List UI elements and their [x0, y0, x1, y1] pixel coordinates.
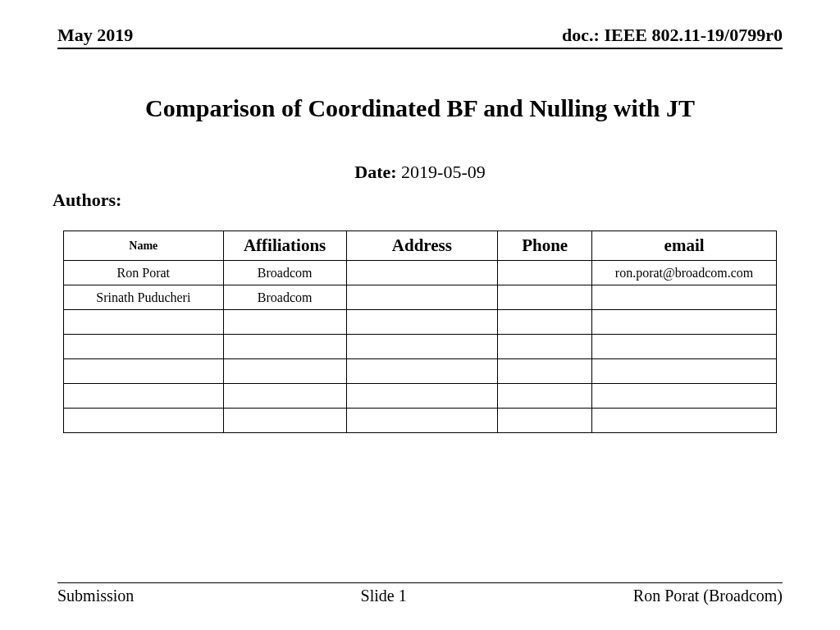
cell-email	[592, 285, 777, 310]
footer-left: Submission	[57, 587, 134, 605]
page-title: Comparison of Coordinated BF and Nulling…	[57, 94, 783, 122]
authors-table: Name Affiliations Address Phone email Ro…	[63, 231, 777, 433]
cell-affiliations	[223, 359, 346, 384]
cell-affiliations: Broadcom	[223, 261, 346, 285]
cell-address	[346, 285, 498, 310]
table-row: Srinath PuducheriBroadcom	[64, 285, 777, 310]
table-row	[64, 384, 777, 409]
cell-phone	[498, 261, 592, 285]
table-row: Ron PoratBroadcomron.porat@broadcom.com	[64, 261, 777, 285]
col-header-phone: Phone	[498, 231, 592, 261]
cell-phone	[498, 359, 592, 384]
col-header-address: Address	[346, 231, 498, 261]
table-row	[64, 409, 777, 433]
cell-email	[592, 359, 777, 384]
cell-address	[346, 335, 498, 359]
cell-phone	[498, 310, 592, 335]
footer-center: Slide 1	[361, 587, 407, 605]
cell-name	[64, 310, 224, 335]
date-label: Date:	[354, 162, 396, 182]
cell-name	[64, 384, 224, 409]
table-header-row: Name Affiliations Address Phone email	[64, 231, 777, 261]
cell-email	[592, 384, 777, 409]
col-header-email: email	[592, 231, 777, 261]
date-line: Date: 2019-05-09	[57, 162, 783, 183]
header-date: May 2019	[57, 25, 133, 46]
footer-bar: Submission Slide 1 Ron Porat (Broadcom)	[57, 582, 783, 605]
cell-phone	[498, 285, 592, 310]
col-header-name: Name	[64, 231, 224, 261]
cell-phone	[498, 409, 592, 433]
header-bar: May 2019 doc.: IEEE 802.11-19/0799r0	[57, 25, 783, 49]
cell-affiliations	[223, 384, 346, 409]
cell-affiliations	[223, 310, 346, 335]
cell-phone	[498, 335, 592, 359]
cell-affiliations: Broadcom	[223, 285, 346, 310]
cell-name: Srinath Puducheri	[64, 285, 224, 310]
cell-name: Ron Porat	[64, 261, 224, 285]
cell-name	[64, 359, 224, 384]
cell-email	[592, 409, 777, 433]
cell-email: ron.porat@broadcom.com	[592, 261, 777, 285]
cell-address	[346, 384, 498, 409]
authors-label: Authors:	[52, 189, 783, 211]
cell-name	[64, 409, 224, 433]
table-row	[64, 359, 777, 384]
footer-right: Ron Porat (Broadcom)	[633, 587, 783, 605]
cell-name	[64, 335, 224, 359]
cell-affiliations	[223, 409, 346, 433]
cell-affiliations	[223, 335, 346, 359]
cell-email	[592, 310, 777, 335]
cell-address	[346, 359, 498, 384]
table-row	[64, 335, 777, 359]
cell-address	[346, 261, 498, 285]
table-row	[64, 310, 777, 335]
cell-email	[592, 335, 777, 359]
header-doc-id: doc.: IEEE 802.11-19/0799r0	[562, 25, 783, 46]
cell-address	[346, 409, 498, 433]
cell-address	[346, 310, 498, 335]
cell-phone	[498, 384, 592, 409]
date-value: 2019-05-09	[401, 162, 486, 182]
col-header-affiliations: Affiliations	[223, 231, 346, 261]
